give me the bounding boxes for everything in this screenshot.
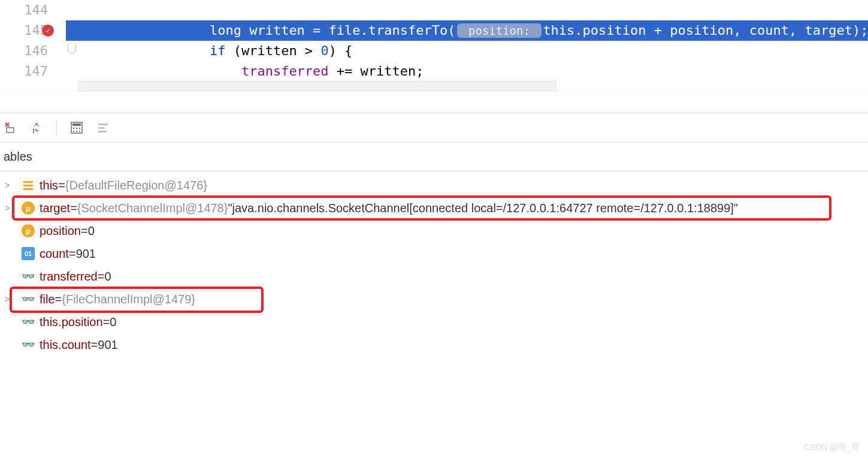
variable-value: 901	[98, 338, 117, 352]
primitive-icon: 01	[22, 247, 35, 260]
code-line-144[interactable]: 144	[0, 0, 868, 20]
equals: =	[98, 270, 105, 284]
settings-icon[interactable]	[96, 121, 110, 134]
code-line-145-breakpoint[interactable]: 145 long written = file.transferTo( posi…	[0, 20, 868, 41]
variable-value: 901	[76, 247, 96, 261]
new-watch-icon[interactable]	[30, 121, 43, 134]
code-line-147[interactable]: 147 transferred += written;	[0, 61, 868, 81]
variable-row[interactable]: 👓this.count = 901	[0, 333, 868, 356]
code-text[interactable]: transferred += written;	[79, 61, 868, 81]
svg-rect-0	[7, 128, 14, 132]
variable-value: 0	[104, 270, 111, 284]
calculator-icon[interactable]	[70, 121, 83, 134]
equals: =	[58, 179, 65, 192]
line-number: 145	[0, 20, 66, 41]
variable-name: position	[40, 224, 81, 238]
line-number: 144	[0, 0, 66, 20]
variable-name: this.count	[40, 338, 91, 352]
watch-icon: 👓	[22, 338, 35, 351]
param-icon: p	[22, 224, 35, 237]
code-line-146[interactable]: 146 if (written > 0) {	[0, 41, 868, 61]
variable-row[interactable]: >this = {DefaultFileRegion@1476}	[0, 174, 868, 197]
svg-rect-11	[98, 131, 107, 132]
variable-type: {DefaultFileRegion@1476}	[65, 179, 207, 192]
variable-row[interactable]: 👓transferred = 0	[0, 265, 868, 288]
code-editor[interactable]: 144 145 long written = file.transferTo( …	[0, 0, 868, 81]
svg-point-7	[76, 131, 77, 132]
gap	[0, 92, 868, 113]
fold-gutter	[66, 20, 79, 41]
svg-rect-2	[72, 123, 81, 126]
fold-indicator-icon[interactable]	[68, 44, 76, 53]
this-icon	[22, 179, 35, 192]
variable-row[interactable]: pposition = 0	[0, 219, 868, 242]
debug-toolbar	[0, 113, 868, 143]
svg-point-4	[76, 128, 77, 129]
annotation-box-target	[12, 195, 831, 221]
variable-row[interactable]: 👓this.position = 0	[0, 311, 868, 333]
equals: =	[91, 338, 98, 352]
watch-icon: 👓	[22, 315, 35, 329]
scrollbar-thumb[interactable]	[78, 81, 557, 91]
svg-rect-10	[98, 127, 104, 129]
expand-icon[interactable]: >	[1, 203, 13, 213]
breakpoint-check-icon[interactable]	[42, 25, 54, 37]
svg-point-8	[79, 131, 80, 132]
svg-point-6	[73, 131, 74, 132]
param-hint: position:	[457, 23, 542, 38]
equals: =	[69, 247, 76, 261]
variable-name: transferred	[40, 270, 98, 284]
fold-gutter[interactable]	[66, 41, 79, 61]
expand-icon[interactable]: >	[1, 180, 13, 190]
svg-point-5	[79, 128, 80, 129]
equals: =	[103, 315, 110, 329]
variable-name: this	[40, 179, 58, 192]
watermark: CSDN @弯_弯	[803, 442, 860, 453]
fold-gutter	[66, 0, 79, 20]
variable-name: count	[40, 247, 69, 261]
watch-icon: 👓	[22, 270, 35, 283]
fold-gutter	[66, 61, 79, 81]
equals: =	[81, 224, 88, 238]
line-number: 146	[0, 41, 66, 61]
line-number: 147	[0, 61, 66, 81]
variable-name: this.position	[40, 315, 103, 329]
remove-watch-icon[interactable]	[4, 121, 17, 134]
variable-value: 0	[88, 224, 95, 238]
code-text[interactable]	[79, 0, 868, 20]
code-text[interactable]: long written = file.transferTo( position…	[79, 20, 868, 41]
svg-point-3	[73, 128, 74, 129]
variable-value: 0	[110, 315, 116, 329]
variable-row[interactable]: 01count = 901	[0, 242, 868, 265]
variables-panel-header: ables	[0, 143, 868, 171]
horizontal-scrollbar[interactable]	[0, 81, 868, 92]
svg-rect-9	[98, 123, 108, 125]
code-text[interactable]: if (written > 0) {	[79, 41, 868, 61]
toolbar-divider	[56, 120, 57, 135]
annotation-box-file	[10, 287, 264, 313]
